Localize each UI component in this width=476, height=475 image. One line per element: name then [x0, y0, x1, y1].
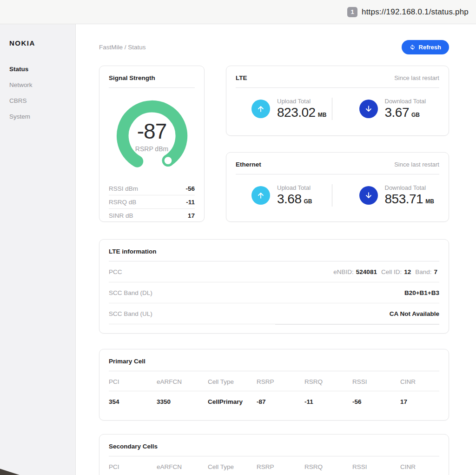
info-row-scc-ul: SCC Band (UL) CA Not Available — [109, 303, 439, 324]
metric-row-rsrq: RSRQ dB -11 — [109, 195, 195, 209]
col-cinr: CINR — [400, 378, 439, 385]
lte-information-card: LTE information PCC eNBID: 524081 Cell I… — [99, 239, 449, 334]
cellid-key: Cell ID: — [381, 268, 402, 275]
cell-rsrq: -11 — [304, 398, 352, 405]
ethernet-upload-unit: GB — [304, 198, 312, 205]
lte-download-unit: GB — [411, 112, 420, 118]
col-rssi: RSSI — [352, 378, 400, 385]
cell-type: CellPrimary — [208, 398, 257, 405]
rsrp-gauge: -87 RSRP dBm — [111, 94, 193, 177]
sidebar-item-network[interactable]: Network — [9, 81, 66, 88]
col-cell-type: Cell Type — [208, 378, 257, 385]
lte-since-label: Since last restart — [394, 74, 439, 81]
cell-rssi: -56 — [352, 398, 400, 405]
col-cinr: CINR — [400, 463, 439, 470]
refresh-icon — [410, 44, 416, 50]
refresh-button[interactable]: Refresh — [402, 40, 449, 54]
primary-cell-card: Primary Cell PCI eARFCN Cell Type RSRP R… — [99, 349, 449, 421]
col-earfcn: eARFCN — [157, 463, 208, 470]
lte-download-label: Download Total — [385, 98, 426, 105]
enbid-key: eNBID: — [333, 268, 354, 275]
col-pci: PCI — [109, 378, 157, 385]
rssi-label: RSSI dBm — [109, 185, 138, 192]
signal-metrics: RSSI dBm -56 RSRQ dB -11 SINR dB 17 — [109, 182, 195, 222]
primary-cell-header-row: PCI eARFCN Cell Type RSRP RSRQ RSSI CINR — [109, 371, 439, 391]
scc-dl-label: SCC Band (DL) — [109, 289, 152, 296]
upload-arrow-icon — [251, 100, 270, 118]
info-row-scc-dl: SCC Band (DL) B20+B1+B3 — [109, 282, 439, 303]
col-rssi: RSSI — [352, 463, 400, 470]
lte-upload-label: Upload Total — [277, 98, 326, 105]
ethernet-since-label: Since last restart — [394, 161, 439, 168]
lte-upload-value: 823.02 — [277, 105, 316, 120]
nokia-logo: NOKIA — [9, 39, 66, 47]
lte-info-title: LTE information — [109, 248, 157, 255]
lte-upload-stat: Upload Total 823.02MB — [236, 98, 332, 120]
sidebar: NOKIA Status Network CBRS System — [0, 24, 76, 475]
upload-arrow-icon — [251, 186, 270, 205]
ethernet-upload-label: Upload Total — [277, 184, 312, 191]
col-rsrp: RSRP — [257, 463, 304, 470]
cell-rsrp: -87 — [257, 398, 304, 405]
ethernet-upload-stat: Upload Total 3.68GB — [236, 184, 332, 207]
col-earfcn: eARFCN — [157, 378, 208, 385]
cell-cinr: 17 — [400, 398, 439, 405]
cell-earfcn: 3350 — [157, 398, 208, 405]
main-content: FastMile / Status Refresh Signal Strengt… — [76, 24, 476, 475]
breadcrumb: FastMile / Status — [99, 44, 146, 51]
rsrq-label: RSRQ dB — [109, 199, 136, 206]
metric-row-sinr: SINR dB 17 — [109, 209, 195, 222]
secondary-cells-card: Secondary Cells PCI eARFCN Cell Type RSR… — [99, 434, 449, 475]
col-cell-type: Cell Type — [208, 463, 257, 470]
metric-row-rssi: RSSI dBm -56 — [109, 182, 195, 195]
secondary-cells-title: Secondary Cells — [109, 443, 158, 450]
rsrq-value: -11 — [186, 199, 195, 206]
signal-card-title: Signal Strength — [109, 74, 155, 81]
primary-cell-data-row: 354 3350 CellPrimary -87 -11 -56 17 — [109, 391, 439, 412]
sinr-label: SINR dB — [109, 212, 133, 219]
col-rsrq: RSRQ — [304, 378, 352, 385]
sidebar-item-status[interactable]: Status — [9, 66, 66, 73]
pcc-value: eNBID: 524081 Cell ID: 12 Band: 7 — [333, 268, 439, 275]
ethernet-download-unit: MB — [425, 198, 434, 205]
cell-pci: 354 — [109, 398, 157, 405]
rsrp-unit-label: RSRP dBm — [135, 145, 168, 153]
secondary-cells-header-row: PCI eARFCN Cell Type RSRP RSRQ RSSI CINR — [109, 456, 439, 475]
download-arrow-icon — [359, 186, 378, 205]
ethernet-card-title: Ethernet — [236, 161, 261, 168]
lte-download-stat: Download Total 3.67GB — [332, 98, 440, 120]
signal-strength-card: Signal Strength -87 RSRP dBm RSSI dBm — [99, 66, 205, 222]
ethernet-upload-value: 3.68 — [277, 192, 302, 206]
col-rsrq: RSRQ — [304, 463, 352, 470]
lte-download-value: 3.67 — [385, 105, 410, 120]
scc-ul-value: CA Not Available — [390, 310, 439, 317]
info-row-pcc: PCC eNBID: 524081 Cell ID: 12 Band: 7 — [109, 261, 439, 282]
primary-cell-title: Primary Cell — [109, 358, 145, 365]
col-rsrp: RSRP — [257, 378, 304, 385]
sidebar-item-system[interactable]: System — [9, 113, 66, 120]
enbid-value: 524081 — [356, 268, 377, 275]
scc-dl-value: B20+B1+B3 — [404, 289, 439, 296]
rsrp-value: -87 — [137, 120, 166, 142]
ethernet-traffic-card: Ethernet Since last restart Upload Total… — [226, 152, 449, 222]
ethernet-download-label: Download Total — [385, 184, 434, 191]
browser-bar: 1 https://192.168.0.1/status.php — [0, 0, 476, 24]
sinr-value: 17 — [188, 212, 195, 219]
lte-traffic-card: LTE Since last restart Upload Total 823.… — [226, 66, 449, 136]
band-value: 7 — [434, 268, 437, 275]
scc-ul-label: SCC Band (UL) — [109, 310, 152, 317]
ethernet-download-stat: Download Total 853.71MB — [332, 184, 440, 207]
ethernet-download-value: 853.71 — [385, 192, 423, 206]
address-bar-url[interactable]: https://192.168.0.1/status.php — [362, 7, 469, 17]
partial-divider — [275, 324, 439, 325]
download-arrow-icon — [359, 100, 378, 118]
lte-upload-unit: MB — [318, 112, 327, 118]
lte-card-title: LTE — [236, 74, 247, 81]
sidebar-item-cbrs[interactable]: CBRS — [9, 97, 66, 104]
pcc-label: PCC — [109, 268, 122, 275]
cellid-value: 12 — [404, 268, 411, 275]
col-pci: PCI — [109, 463, 157, 470]
refresh-button-label: Refresh — [419, 44, 441, 51]
tab-count-badge[interactable]: 1 — [347, 7, 357, 17]
band-key: Band: — [415, 268, 431, 275]
